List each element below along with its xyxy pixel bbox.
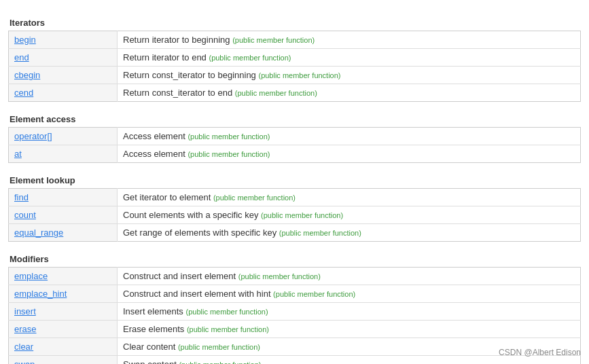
func-link-at[interactable]: at [14,149,22,159]
func-desc: Count elements with a specific key (publ… [118,206,581,224]
table-row: findGet iterator to element (public memb… [9,189,581,206]
func-link-operator[][interactable]: operator[] [14,131,52,141]
table-row: operator[]Access element (public member … [9,128,581,145]
table-row: clearClear content (public member functi… [9,338,581,356]
table-row: equal_rangeGet range of elements with sp… [9,224,581,242]
func-link-end[interactable]: end [14,52,29,62]
table-row: cendReturn const_iterator to end (public… [9,84,581,102]
public-label: (public member function) [186,308,268,316]
public-label: (public member function) [178,343,260,351]
public-label: (public member function) [187,325,269,333]
section-table-3: emplaceConstruct and insert element (pub… [8,267,581,364]
section-table-0: beginReturn iterator to beginning (publi… [8,31,581,102]
func-desc: Return const_iterator to end (public mem… [118,84,581,102]
table-row: insertInsert elements (public member fun… [9,303,581,321]
public-label: (public member function) [188,132,270,141]
public-label: (public member function) [235,89,317,97]
public-label: (public member function) [188,150,270,158]
public-label: (public member function) [213,194,296,202]
table-row: endReturn iterator to end (public member… [9,49,581,67]
func-link-emplace[interactable]: emplace [14,271,48,281]
public-label: (public member function) [258,71,340,79]
func-desc: Construct and insert element with hint (… [118,285,581,303]
section-table-2: findGet iterator to element (public memb… [8,188,581,242]
func-link-swap[interactable]: swap [14,359,35,364]
func-desc: Get range of elements with specific key … [118,224,581,242]
func-link-emplace_hint[interactable]: emplace_hint [14,289,67,299]
func-link-begin[interactable]: begin [14,35,36,45]
func-desc: Return const_iterator to beginning (publ… [118,67,581,84]
func-desc: Return iterator to end (public member fu… [118,49,581,67]
func-desc: Access element (public member function) [118,128,581,145]
section-title-1: Element access [8,114,581,124]
section-table-1: operator[]Access element (public member … [8,127,581,163]
func-link-count[interactable]: count [14,210,36,220]
public-label: (public member function) [179,361,261,364]
table-row: emplaceConstruct and insert element (pub… [9,268,581,285]
func-link-cbegin[interactable]: cbegin [14,70,40,80]
func-link-cend[interactable]: cend [14,88,33,98]
public-label: (public member function) [209,54,291,62]
func-desc: Erase elements (public member function) [118,321,581,338]
section-title-3: Modifiers [8,254,581,264]
public-label: (public member function) [261,211,343,219]
func-desc: Construct and insert element (public mem… [118,268,581,285]
func-desc: Return iterator to beginning (public mem… [118,31,581,49]
table-row: countCount elements with a specific key … [9,206,581,224]
public-label: (public member function) [279,229,361,237]
func-desc: Access element (public member function) [118,145,581,163]
public-label: (public member function) [238,272,321,280]
page-wrapper: IteratorsbeginReturn iterator to beginni… [0,0,589,364]
table-row: emplace_hintConstruct and insert element… [9,285,581,303]
public-label: (public member function) [232,36,315,44]
func-desc: Insert elements (public member function) [118,303,581,321]
watermark: CSDN @Albert Edison [499,348,581,357]
section-title-0: Iterators [8,18,581,28]
func-link-insert[interactable]: insert [14,306,36,316]
table-row: swapSwap content (public member function… [9,356,581,365]
func-link-find[interactable]: find [14,192,29,202]
table-row: atAccess element (public member function… [9,145,581,163]
func-link-equal_range[interactable]: equal_range [14,228,63,238]
func-link-erase[interactable]: erase [14,324,37,334]
table-row: beginReturn iterator to beginning (publi… [9,31,581,49]
public-label: (public member function) [273,290,355,298]
table-row: eraseErase elements (public member funct… [9,321,581,338]
table-row: cbeginReturn const_iterator to beginning… [9,67,581,84]
func-desc: Get iterator to element (public member f… [118,189,581,206]
func-link-clear[interactable]: clear [14,342,33,352]
section-title-2: Element lookup [8,175,581,185]
